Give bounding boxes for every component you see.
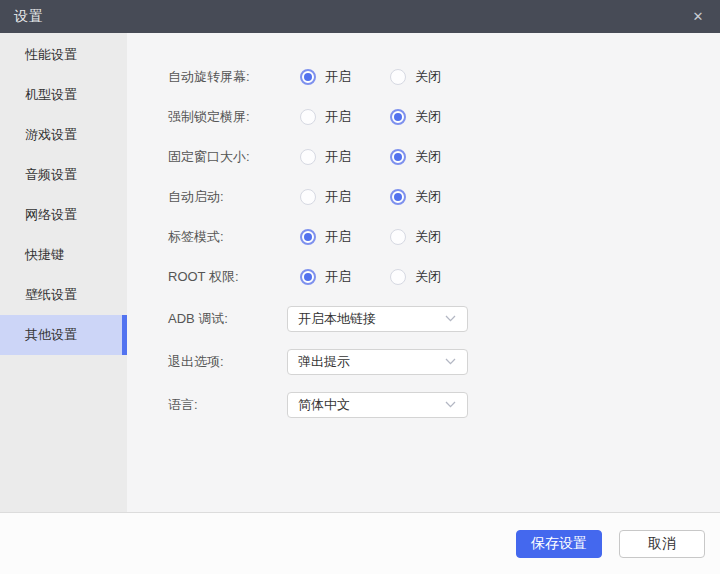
radio-option-on[interactable]: 开启 <box>300 148 390 166</box>
chevron-down-icon <box>445 315 456 322</box>
row-label: 语言: <box>168 396 287 414</box>
radio-group: 开启关闭 <box>287 268 441 286</box>
radio-group: 开启关闭 <box>287 68 441 86</box>
chevron-down-icon <box>445 401 456 408</box>
dropdown-selected-value: 开启本地链接 <box>298 310 376 328</box>
radio-option-on[interactable]: 开启 <box>300 108 390 126</box>
sidebar-item-7[interactable]: 其他设置 <box>0 315 127 355</box>
row-label: 退出选项: <box>168 353 287 371</box>
radio-icon[interactable] <box>300 109 316 125</box>
radio-icon[interactable] <box>390 269 406 285</box>
radio-option-label: 开启 <box>325 108 351 126</box>
sidebar-item-label: 机型设置 <box>25 86 77 104</box>
row-label: ADB 调试: <box>168 310 287 328</box>
radio-option-off[interactable]: 关闭 <box>390 188 441 206</box>
radio-option-off[interactable]: 关闭 <box>390 68 441 86</box>
radio-option-off[interactable]: 关闭 <box>390 108 441 126</box>
radio-option-off[interactable]: 关闭 <box>390 268 441 286</box>
dropdown-selected-value: 弹出提示 <box>298 353 350 371</box>
radio-option-label: 开启 <box>325 228 351 246</box>
radio-icon[interactable] <box>300 229 316 245</box>
settings-row: 语言:简体中文 <box>168 383 720 426</box>
radio-option-label: 关闭 <box>415 228 441 246</box>
radio-option-label: 关闭 <box>415 268 441 286</box>
radio-option-label: 开启 <box>325 268 351 286</box>
dropdown-6[interactable]: 开启本地链接 <box>287 306 468 332</box>
settings-window: 设置 ✕ 性能设置机型设置游戏设置音频设置网络设置快捷键壁纸设置其他设置 自动旋… <box>0 0 720 574</box>
radio-icon[interactable] <box>300 269 316 285</box>
dropdown-7[interactable]: 弹出提示 <box>287 349 468 375</box>
settings-row: ADB 调试:开启本地链接 <box>168 297 720 340</box>
radio-icon[interactable] <box>390 109 406 125</box>
sidebar-item-label: 性能设置 <box>25 46 77 64</box>
sidebar-item-6[interactable]: 壁纸设置 <box>0 275 127 315</box>
radio-option-on[interactable]: 开启 <box>300 268 390 286</box>
row-label: ROOT 权限: <box>168 268 287 286</box>
dropdown-8[interactable]: 简体中文 <box>287 392 468 418</box>
row-label: 固定窗口大小: <box>168 148 287 166</box>
sidebar-item-3[interactable]: 音频设置 <box>0 155 127 195</box>
radio-group: 开启关闭 <box>287 108 441 126</box>
sidebar: 性能设置机型设置游戏设置音频设置网络设置快捷键壁纸设置其他设置 <box>0 33 127 512</box>
radio-option-on[interactable]: 开启 <box>300 188 390 206</box>
row-label: 自动启动: <box>168 188 287 206</box>
settings-row: 退出选项:弹出提示 <box>168 340 720 383</box>
settings-row: 自动启动:开启关闭 <box>168 177 720 217</box>
sidebar-item-label: 其他设置 <box>25 326 77 344</box>
radio-group: 开启关闭 <box>287 228 441 246</box>
sidebar-item-label: 快捷键 <box>25 246 64 264</box>
radio-option-label: 关闭 <box>415 188 441 206</box>
row-label: 标签模式: <box>168 228 287 246</box>
radio-option-label: 开启 <box>325 188 351 206</box>
sidebar-item-0[interactable]: 性能设置 <box>0 35 127 75</box>
radio-icon[interactable] <box>300 149 316 165</box>
sidebar-item-4[interactable]: 网络设置 <box>0 195 127 235</box>
dialog-body: 性能设置机型设置游戏设置音频设置网络设置快捷键壁纸设置其他设置 自动旋转屏幕:开… <box>0 33 720 513</box>
radio-group: 开启关闭 <box>287 188 441 206</box>
radio-icon[interactable] <box>390 229 406 245</box>
settings-row: ROOT 权限:开启关闭 <box>168 257 720 297</box>
sidebar-item-5[interactable]: 快捷键 <box>0 235 127 275</box>
titlebar: 设置 ✕ <box>0 0 720 33</box>
settings-row: 强制锁定横屏:开启关闭 <box>168 97 720 137</box>
footer: 保存设置 取消 <box>0 513 720 574</box>
dropdown-selected-value: 简体中文 <box>298 396 350 414</box>
settings-row: 固定窗口大小:开启关闭 <box>168 137 720 177</box>
sidebar-item-label: 网络设置 <box>25 206 77 224</box>
radio-option-label: 关闭 <box>415 108 441 126</box>
radio-icon[interactable] <box>390 149 406 165</box>
radio-icon[interactable] <box>390 189 406 205</box>
close-icon[interactable]: ✕ <box>676 0 720 33</box>
settings-row: 标签模式:开启关闭 <box>168 217 720 257</box>
radio-option-on[interactable]: 开启 <box>300 68 390 86</box>
radio-option-on[interactable]: 开启 <box>300 228 390 246</box>
settings-panel: 自动旋转屏幕:开启关闭强制锁定横屏:开启关闭固定窗口大小:开启关闭自动启动:开启… <box>127 33 720 512</box>
save-button[interactable]: 保存设置 <box>516 530 602 558</box>
radio-icon[interactable] <box>300 69 316 85</box>
radio-option-label: 开启 <box>325 148 351 166</box>
radio-option-off[interactable]: 关闭 <box>390 228 441 246</box>
chevron-down-icon <box>445 358 456 365</box>
sidebar-item-label: 游戏设置 <box>25 126 77 144</box>
radio-option-off[interactable]: 关闭 <box>390 148 441 166</box>
radio-icon[interactable] <box>390 69 406 85</box>
sidebar-item-2[interactable]: 游戏设置 <box>0 115 127 155</box>
row-label: 自动旋转屏幕: <box>168 68 287 86</box>
radio-option-label: 开启 <box>325 68 351 86</box>
radio-option-label: 关闭 <box>415 148 441 166</box>
window-title: 设置 <box>14 8 44 26</box>
sidebar-item-1[interactable]: 机型设置 <box>0 75 127 115</box>
cancel-button[interactable]: 取消 <box>619 530 705 558</box>
radio-option-label: 关闭 <box>415 68 441 86</box>
settings-row: 自动旋转屏幕:开启关闭 <box>168 57 720 97</box>
sidebar-item-label: 壁纸设置 <box>25 286 77 304</box>
row-label: 强制锁定横屏: <box>168 108 287 126</box>
radio-icon[interactable] <box>300 189 316 205</box>
radio-group: 开启关闭 <box>287 148 441 166</box>
sidebar-item-label: 音频设置 <box>25 166 77 184</box>
